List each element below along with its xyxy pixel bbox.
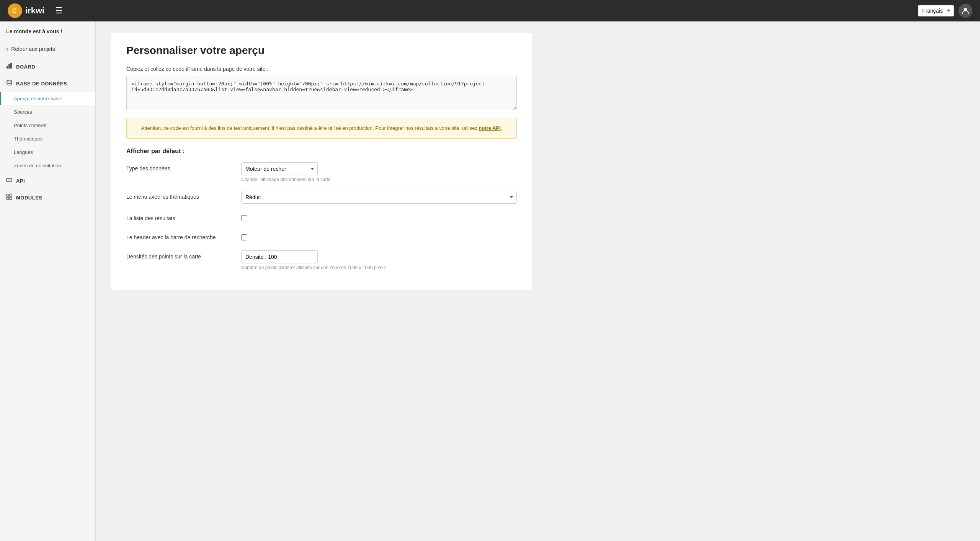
- form-row-liste-resultats: La liste des résultats: [126, 212, 517, 223]
- type-donnees-select[interactable]: Moteur de recher Carte Liste: [241, 162, 318, 175]
- language-select[interactable]: Français English Español: [918, 5, 954, 16]
- svg-rect-10: [7, 197, 9, 199]
- logo: C irkwi: [8, 3, 44, 18]
- zones-delimitation-label: Zones de délimitation: [14, 163, 61, 168]
- svg-point-6: [7, 80, 11, 82]
- board-icon: [6, 63, 12, 70]
- hamburger-button[interactable]: ☰: [52, 4, 66, 17]
- svg-rect-5: [10, 63, 12, 69]
- sidebar-tagline: Le monde est à vous !: [0, 21, 95, 40]
- database-icon: [6, 80, 12, 87]
- densites-label: Densités des points sur la carte: [126, 250, 234, 260]
- api-link[interactable]: notre API: [479, 125, 501, 131]
- sidebar-section-api[interactable]: API: [0, 172, 95, 189]
- svg-rect-7: [7, 178, 12, 181]
- sidebar-item-zones-delimitation[interactable]: Zones de délimitation: [0, 159, 95, 172]
- sidebar-section-board[interactable]: BOARD: [0, 58, 95, 75]
- modules-label: MODULES: [16, 195, 42, 201]
- user-avatar[interactable]: [959, 4, 972, 18]
- densites-hint: Nombre de points d'intérêt affichés sur …: [241, 265, 394, 270]
- header-recherche-label: Le header avec la barre de recherche: [126, 231, 234, 240]
- liste-resultats-checkbox[interactable]: [241, 215, 247, 221]
- type-donnees-hint: Change l'affichage des données sur la ca…: [241, 177, 394, 182]
- warning-text: Attention, ce code est fourni à des fins…: [134, 124, 509, 132]
- iframe-instruction: Copiez et collez ce code iFrame dans la …: [126, 66, 517, 72]
- user-icon: [962, 7, 969, 15]
- sidebar-item-points-interet[interactable]: Points d'intérêt: [0, 119, 95, 132]
- svg-rect-11: [10, 197, 12, 199]
- sources-label: Sources: [14, 109, 32, 115]
- board-label: BOARD: [16, 64, 35, 70]
- afficher-subtitle: Afficher par défaut :: [126, 148, 517, 155]
- form-row-menu-thematiques: Le menu avec les thématiques Réduit Éten…: [126, 191, 517, 204]
- points-interet-label: Points d'intérêt: [14, 123, 47, 128]
- sidebar-item-langues[interactable]: Langues: [0, 145, 95, 159]
- main-layout: Le monde est à vous ! ‹ Retour aux proje…: [0, 21, 980, 541]
- modules-icon: [6, 194, 12, 201]
- svg-rect-3: [7, 66, 8, 69]
- back-label: Retour aux projets: [11, 46, 55, 52]
- svg-rect-4: [8, 64, 10, 69]
- svg-rect-8: [7, 194, 9, 196]
- logo-svg: C: [10, 5, 20, 16]
- menu-thematiques-select[interactable]: Réduit Étendu Masqué: [241, 191, 517, 204]
- svg-rect-9: [10, 194, 12, 196]
- liste-resultats-control: [241, 212, 247, 223]
- form-row-densites: Densités des points sur la carte Nombre …: [126, 250, 517, 270]
- header-recherche-checkbox[interactable]: [241, 234, 247, 240]
- sidebar-back-button[interactable]: ‹ Retour aux projets: [0, 40, 95, 58]
- page-title: Personnaliser votre aperçu: [126, 44, 517, 57]
- thematiques-label: Thématiques: [14, 136, 42, 142]
- sidebar-item-thematiques[interactable]: Thématiques: [0, 132, 95, 145]
- warning-box: Attention, ce code est fourni à des fins…: [126, 118, 517, 139]
- header-right: Français English Español: [918, 4, 972, 18]
- svg-text:C: C: [12, 8, 17, 14]
- form-row-header-recherche: Le header avec la barre de recherche: [126, 231, 517, 242]
- api-label: API: [16, 178, 25, 184]
- liste-resultats-label: La liste des résultats: [126, 212, 234, 221]
- iframe-code-textarea[interactable]: <iframe style="margin-bottom:20px;" widt…: [126, 76, 517, 110]
- logo-icon: C: [8, 3, 22, 18]
- header: C irkwi ☰ Français English Español: [0, 0, 980, 21]
- base-donnees-label: BASE DE DONNÉES: [16, 81, 67, 87]
- menu-thematiques-control: Réduit Étendu Masqué: [241, 191, 517, 204]
- sidebar-section-base-donnees[interactable]: BASE DE DONNÉES: [0, 75, 95, 92]
- type-donnees-control: Moteur de recher Carte Liste Change l'af…: [241, 162, 394, 182]
- chevron-left-icon: ‹: [6, 46, 8, 52]
- logo-text: irkwi: [25, 6, 44, 16]
- content-card: Personnaliser votre aperçu Copiez et col…: [111, 33, 532, 290]
- menu-thematiques-label: Le menu avec les thématiques: [126, 191, 234, 200]
- langues-label: Langues: [14, 149, 33, 155]
- sidebar: Le monde est à vous ! ‹ Retour aux proje…: [0, 21, 96, 541]
- header-left: C irkwi ☰: [8, 3, 66, 18]
- api-icon: [6, 177, 12, 185]
- sidebar-item-apercu[interactable]: Aperçu de votre base: [0, 92, 95, 105]
- form-row-type-donnees: Type des données Moteur de recher Carte …: [126, 162, 517, 182]
- sidebar-section-modules[interactable]: MODULES: [0, 189, 95, 206]
- main-content: Personnaliser votre aperçu Copiez et col…: [96, 21, 980, 541]
- densites-input[interactable]: [241, 250, 318, 263]
- sidebar-item-sources[interactable]: Sources: [0, 105, 95, 119]
- apercu-label: Aperçu de votre base: [14, 96, 61, 101]
- densites-control: Nombre de points d'intérêt affichés sur …: [241, 250, 394, 270]
- type-donnees-label: Type des données: [126, 162, 234, 172]
- header-recherche-control: [241, 231, 247, 242]
